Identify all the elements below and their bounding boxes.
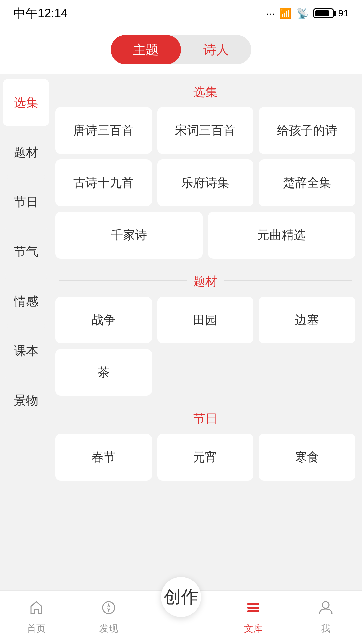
nav-discover[interactable]: 发现 [88,600,129,635]
nav-home-label: 首页 [27,622,46,635]
sidebar-item-scenery[interactable]: 景物 [3,377,49,424]
holiday-item-spring[interactable]: 春节 [55,434,152,481]
svg-point-6 [322,602,329,608]
sidebar-item-holiday[interactable]: 节日 [3,178,49,225]
list-icon [245,600,261,620]
sidebar-item-solar-term[interactable]: 节气 [3,228,49,275]
anthology-grid-row3: 千家诗 元曲精选 [55,212,355,259]
section-subject-title: 题材 [187,273,224,290]
anthology-item-haizi[interactable]: 给孩子的诗 [259,107,355,154]
anthology-item-yuefu[interactable]: 乐府诗集 [157,159,254,206]
anthology-item-yuanqu[interactable]: 元曲精选 [208,212,356,259]
sidebar-item-emotion[interactable]: 情感 [3,278,49,325]
nav-profile-label: 我 [321,622,330,635]
svg-rect-5 [247,610,259,612]
anthology-item-songci[interactable]: 宋词三百首 [157,107,254,154]
sidebar-item-subject[interactable]: 题材 [3,129,49,176]
nav-library-label: 文库 [244,622,263,635]
tab-poet[interactable]: 诗人 [181,35,251,64]
main-content: 选集 题材 节日 节气 情感 课本 景物 选集 唐诗三百首 宋词三百首 给孩子的… [0,74,362,625]
anthology-item-chuci[interactable]: 楚辞全集 [259,159,355,206]
anthology-item-gushi19[interactable]: 古诗十九首 [55,159,152,206]
status-time: 中午12:14 [13,5,68,22]
anthology-grid-row2: 古诗十九首 乐府诗集 楚辞全集 [55,159,355,206]
section-holiday-title: 节日 [187,411,224,427]
subject-item-pastoral[interactable]: 田园 [157,297,254,343]
subject-item-tea[interactable]: 茶 [55,349,152,396]
anthology-item-tangshi[interactable]: 唐诗三百首 [55,107,152,154]
person-icon [318,600,334,620]
compass-icon [101,600,117,620]
dots-icon: ··· [266,8,275,19]
nav-profile[interactable]: 我 [306,600,346,635]
svg-marker-1 [107,603,110,607]
battery-level: 91 [338,8,349,19]
sidebar-item-anthology[interactable]: 选集 [3,79,49,126]
signal-icon: 📶 [279,8,292,19]
tab-theme[interactable]: 主题 [111,35,181,64]
sidebar: 选集 题材 节日 节气 情感 课本 景物 [0,74,52,625]
sidebar-item-textbook[interactable]: 课本 [3,327,49,374]
create-btn-text: 创作 [164,585,198,609]
status-bar: 中午12:14 ··· 📶 📡 91 [0,0,362,27]
home-icon [28,600,44,620]
anthology-item-qianjia[interactable]: 千家诗 [55,212,203,259]
svg-marker-2 [107,608,110,612]
section-anthology-title: 选集 [187,84,224,100]
holiday-item-hanshi[interactable]: 寒食 [259,434,355,481]
svg-rect-3 [247,603,259,605]
svg-rect-4 [247,607,259,609]
create-button[interactable]: 创作 [161,577,201,617]
subject-grid-row1: 战争 田园 边塞 [55,297,355,343]
nav-home[interactable]: 首页 [16,600,56,635]
section-holiday-header: 节日 [55,401,355,434]
section-anthology-header: 选集 [55,74,355,107]
status-icons: ··· 📶 📡 91 [266,8,349,19]
nav-discover-label: 发现 [99,622,118,635]
subject-item-war[interactable]: 战争 [55,297,152,343]
subject-item-frontier[interactable]: 边塞 [259,297,355,343]
nav-library[interactable]: 文库 [233,600,274,635]
anthology-grid-row1: 唐诗三百首 宋词三百首 给孩子的诗 [55,107,355,154]
tab-switcher: 主题 诗人 [0,27,362,74]
battery-icon [313,8,334,18]
section-subject-header: 题材 [55,264,355,297]
subject-grid-row2: 茶 [55,349,355,396]
right-content: 选集 唐诗三百首 宋词三百首 给孩子的诗 古诗十九首 乐府诗集 楚辞全集 千家诗… [52,74,362,625]
wifi-icon: 📡 [296,8,309,19]
tab-switcher-inner: 主题 诗人 [111,35,251,64]
holiday-grid-row1: 春节 元宵 寒食 [55,434,355,481]
holiday-item-lantern[interactable]: 元宵 [157,434,254,481]
